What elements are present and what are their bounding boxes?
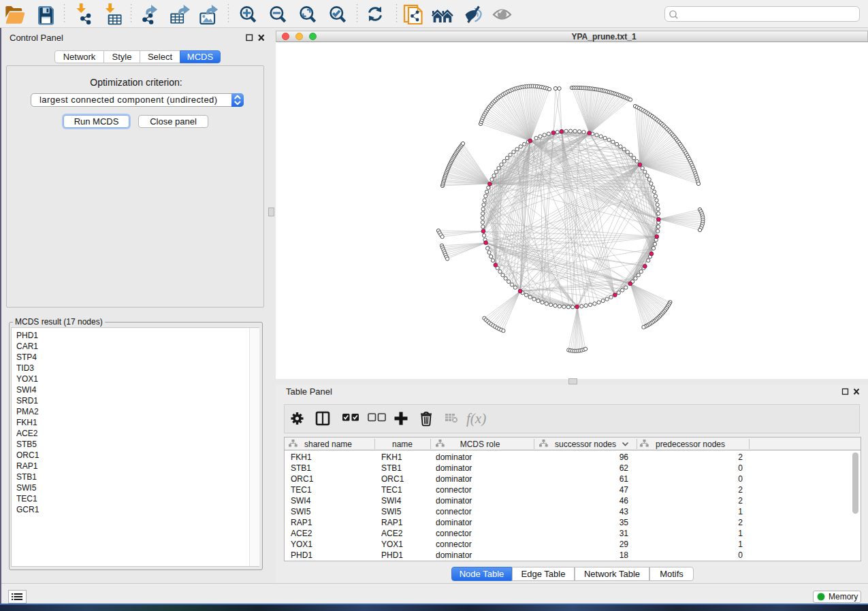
svg-text:f(x): f(x): [466, 410, 486, 427]
